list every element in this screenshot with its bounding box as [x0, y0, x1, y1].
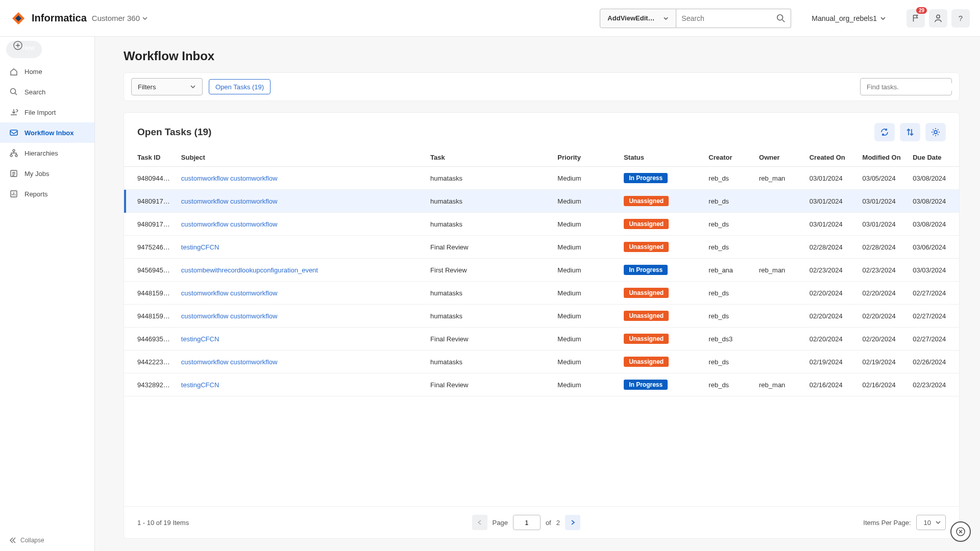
cell-subject[interactable]: customworkflow customworkflow: [177, 213, 426, 236]
sidebar-item-file-import[interactable]: File Import: [0, 102, 94, 122]
find-tasks-box[interactable]: [860, 78, 952, 95]
notifications-button[interactable]: 29: [906, 9, 925, 28]
cell-subject[interactable]: customworkflow customworkflow: [177, 305, 426, 328]
cell-task: Final Review: [426, 373, 553, 396]
column-header[interactable]: Task ID: [124, 148, 177, 167]
cell-subject[interactable]: custombewithrecordlookupconfiguration_ev…: [177, 259, 426, 282]
cell-modified: 02/16/2024: [859, 373, 909, 396]
sort-button[interactable]: [900, 123, 920, 141]
cell-creator: reb_ds: [704, 350, 755, 373]
cell-creator: reb_ds: [704, 282, 755, 305]
table-row[interactable]: 94569451…custombewithrecordlookupconfigu…: [124, 259, 959, 282]
cell-status: Unassigned: [620, 305, 704, 328]
user-menu[interactable]: Manual_org_rebels1: [812, 14, 886, 22]
cell-due: 03/06/2024: [909, 236, 959, 259]
cell-task: Final Review: [426, 328, 553, 350]
chat-fab[interactable]: [950, 521, 971, 542]
column-header[interactable]: Modified On: [859, 148, 909, 167]
cell-owner: reb_man: [755, 373, 805, 396]
cell-priority: Medium: [553, 282, 620, 305]
sidebar-item-hierarchies[interactable]: Hierarchies: [0, 143, 94, 163]
cell-modified: 02/20/2024: [859, 282, 909, 305]
cell-subject[interactable]: testingCFCN: [177, 373, 426, 396]
table-row[interactable]: 94752460…testingCFCNFinal ReviewMediumUn…: [124, 236, 959, 259]
column-header[interactable]: Owner: [755, 148, 805, 167]
column-header[interactable]: Priority: [553, 148, 620, 167]
app-switcher[interactable]: Customer 360: [92, 14, 148, 22]
cell-due: 02/27/2024: [909, 305, 959, 328]
role-dropdown[interactable]: AddViewEditAn…: [600, 9, 676, 28]
cell-subject[interactable]: customworkflow customworkflow: [177, 282, 426, 305]
cell-subject[interactable]: testingCFCN: [177, 328, 426, 350]
cell-priority: Medium: [553, 305, 620, 328]
inbox-icon: [9, 128, 18, 137]
import-icon: [9, 108, 18, 117]
cell-task: humatasks: [426, 350, 553, 373]
find-tasks-input[interactable]: [867, 83, 952, 91]
sidebar-item-search[interactable]: Search: [0, 82, 94, 102]
table-row[interactable]: 94809444…customworkflow customworkflowhu…: [124, 167, 959, 190]
svg-point-2: [777, 14, 783, 20]
sidebar-item-my-jobs[interactable]: My Jobs: [0, 163, 94, 184]
cell-subject[interactable]: customworkflow customworkflow: [177, 190, 426, 213]
table-row[interactable]: 94422239…customworkflow customworkflowhu…: [124, 350, 959, 373]
help-button[interactable]: ?: [951, 9, 970, 28]
cell-taskid: 94809444…: [124, 167, 177, 190]
svg-line-3: [782, 19, 785, 22]
table-row[interactable]: 94809179…customworkflow customworkflowhu…: [124, 213, 959, 236]
column-header[interactable]: Subject: [177, 148, 426, 167]
cell-created: 03/01/2024: [805, 213, 859, 236]
prev-page-button[interactable]: [472, 515, 487, 530]
column-header[interactable]: Creator: [704, 148, 755, 167]
cell-created: 02/20/2024: [805, 282, 859, 305]
cell-created: 02/16/2024: [805, 373, 859, 396]
global-search[interactable]: [676, 9, 791, 28]
cell-subject[interactable]: customworkflow customworkflow: [177, 350, 426, 373]
next-page-button[interactable]: [565, 515, 580, 530]
column-header[interactable]: Created On: [805, 148, 859, 167]
sidebar-item-label: Home: [24, 68, 42, 76]
home-icon: [9, 67, 18, 76]
cell-subject[interactable]: customworkflow customworkflow: [177, 167, 426, 190]
sidebar-item-home[interactable]: Home: [0, 61, 94, 82]
table-row[interactable]: 94469354…testingCFCNFinal ReviewMediumUn…: [124, 328, 959, 350]
sidebar-item-workflow-inbox[interactable]: Workflow Inbox: [0, 122, 94, 143]
cell-modified: 02/23/2024: [859, 259, 909, 282]
cell-subject[interactable]: testingCFCN: [177, 236, 426, 259]
search-icon: [776, 14, 786, 23]
sidebar-item-reports[interactable]: Reports: [0, 184, 94, 204]
cell-task: First Review: [426, 259, 553, 282]
plus-icon: [13, 41, 22, 50]
profile-button[interactable]: [929, 9, 947, 28]
column-header[interactable]: Task: [426, 148, 553, 167]
cell-taskid: 94481591…: [124, 305, 177, 328]
items-per-page-select[interactable]: 10: [916, 515, 946, 530]
collapse-sidebar[interactable]: Collapse: [0, 530, 94, 551]
sidebar-item-new[interactable]: New: [6, 41, 42, 58]
settings-button[interactable]: [925, 123, 946, 141]
table-row[interactable]: 94328929…testingCFCNFinal ReviewMediumIn…: [124, 373, 959, 396]
cell-created: 02/28/2024: [805, 236, 859, 259]
cell-owner: [755, 213, 805, 236]
cell-creator: reb_ds: [704, 190, 755, 213]
table-row[interactable]: 94809179…customworkflow customworkflowhu…: [124, 190, 959, 213]
cell-status: In Progress: [620, 167, 704, 190]
refresh-button[interactable]: [874, 123, 895, 141]
cell-due: 02/26/2024: [909, 350, 959, 373]
table-row[interactable]: 94481591…customworkflow customworkflowhu…: [124, 305, 959, 328]
search-icon: [9, 87, 18, 96]
cell-status: Unassigned: [620, 328, 704, 350]
user-icon: [934, 14, 943, 23]
cell-taskid: 94481591…: [124, 282, 177, 305]
column-header[interactable]: Due Date: [909, 148, 959, 167]
global-search-input[interactable]: [681, 14, 776, 22]
table-row[interactable]: 94481591…customworkflow customworkflowhu…: [124, 282, 959, 305]
column-header[interactable]: Status: [620, 148, 704, 167]
filters-dropdown[interactable]: Filters: [131, 78, 203, 95]
cell-created: 02/20/2024: [805, 328, 859, 350]
cell-modified: 02/20/2024: [859, 328, 909, 350]
filter-chip-open-tasks[interactable]: Open Tasks (19): [209, 79, 271, 94]
brand-name: Informatica: [32, 12, 87, 24]
page-input[interactable]: [513, 515, 541, 530]
svg-line-7: [15, 93, 17, 95]
